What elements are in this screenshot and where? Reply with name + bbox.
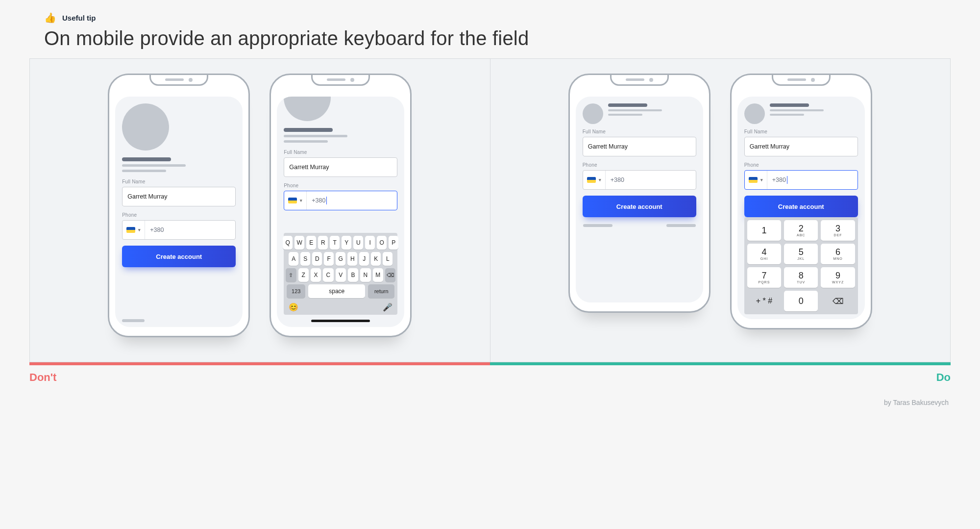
keyboard-key[interactable]: Z [298, 268, 309, 282]
phone-input[interactable]: ▾ +380 [583, 170, 696, 190]
label-do: Do [490, 371, 951, 384]
tip-label: Useful tip [62, 14, 96, 22]
flag-ukraine-icon [126, 227, 135, 233]
keyboard-key[interactable]: R [318, 236, 328, 250]
create-account-button[interactable]: Create account [583, 196, 696, 217]
phone-label: Phone [122, 212, 236, 218]
phone-input[interactable]: ▾ +380 [122, 220, 236, 240]
numpad-key[interactable]: 7PQRS [747, 267, 781, 288]
keyboard-key[interactable]: I [365, 236, 375, 250]
phone-mockup-qwerty: Full Name Garrett Murray Phone ▾ +380 QW… [270, 74, 412, 337]
profile-header [284, 97, 397, 150]
keyboard-qwerty: QWERTYUIOP ASDFGHJKL ⇧ZXCVBNM⌫ 123 space… [284, 233, 397, 315]
thumbs-up-icon: 👍 [44, 12, 56, 24]
mic-icon[interactable]: 🎤 [383, 302, 392, 312]
numpad-sym-key[interactable]: + * # [747, 291, 781, 311]
create-account-button[interactable]: Create account [122, 246, 236, 267]
keyboard-numpad: 12ABC3DEF4GHI5JKL6MNO7PQRS8TUV9WXYZ+ * #… [744, 217, 858, 314]
keyboard-key[interactable]: X [311, 268, 321, 282]
numpad-key[interactable]: 0 [784, 291, 818, 311]
phone-mockup: Full Name Garrett Murray Phone ▾ +380 Cr… [108, 74, 250, 337]
numpad-key[interactable]: 5JKL [784, 244, 818, 264]
do-column: Full Name Garrett Murray Phone ▾ +380 Cr… [490, 59, 951, 362]
keyboard-key[interactable]: Q [283, 236, 293, 250]
keyboard-key[interactable]: W [294, 236, 304, 250]
keyboard-key[interactable]: L [383, 252, 392, 266]
keyboard-key[interactable]: G [336, 252, 345, 266]
phone-input-focused[interactable]: ▾ +380 [284, 191, 397, 210]
country-selector[interactable]: ▾ [583, 171, 606, 189]
avatar-placeholder [122, 103, 169, 151]
keyboard-key[interactable]: Y [342, 236, 351, 250]
phone-input-focused[interactable]: ▾ +380 [744, 170, 858, 190]
keyboard-return-key[interactable]: return [368, 284, 394, 298]
country-selector[interactable]: ▾ [122, 221, 145, 239]
keyboard-space-key[interactable]: space [308, 284, 365, 298]
numpad-key[interactable]: 1 [747, 220, 781, 241]
keyboard-key[interactable]: J [359, 252, 369, 266]
keyboard-key[interactable]: ⌫ [385, 268, 395, 282]
profile-header-compact [744, 103, 858, 124]
fullname-input[interactable]: Garrett Murray [122, 187, 236, 206]
phone-mockup-compact: Full Name Garrett Murray Phone ▾ +380 Cr… [568, 74, 710, 313]
phone-mockup-numpad: Full Name Garrett Murray Phone ▾ +380 Cr… [730, 74, 872, 329]
keyboard-key[interactable]: P [389, 236, 398, 250]
dont-column: Full Name Garrett Murray Phone ▾ +380 Cr… [30, 59, 490, 362]
page-title: On mobile provide an appropriate keyboar… [44, 27, 951, 50]
keyboard-key[interactable]: M [373, 268, 383, 282]
fullname-label: Full Name [122, 179, 236, 184]
profile-header-compact [583, 103, 696, 124]
keyboard-key[interactable]: B [348, 268, 358, 282]
create-account-button[interactable]: Create account [744, 196, 858, 217]
tip-row: 👍 Useful tip [44, 12, 951, 24]
fullname-input[interactable]: Garrett Murray [744, 137, 858, 156]
bar-do [490, 362, 951, 365]
home-indicator [311, 320, 370, 322]
numpad-key[interactable]: 9WXYZ [821, 267, 855, 288]
chevron-down-icon: ▾ [138, 227, 141, 232]
numpad-key[interactable]: 6MNO [821, 244, 855, 264]
keyboard-key[interactable]: D [312, 252, 322, 266]
keyboard-key[interactable]: ⇧ [286, 268, 296, 282]
fullname-input[interactable]: Garrett Murray [583, 137, 696, 156]
numpad-backspace-key[interactable]: ⌫ [821, 291, 855, 311]
country-selector[interactable]: ▾ [284, 191, 307, 210]
keyboard-key[interactable]: C [323, 268, 333, 282]
country-selector[interactable]: ▾ [745, 171, 767, 189]
emoji-icon[interactable]: 😊 [289, 302, 298, 312]
keyboard-key[interactable]: F [324, 252, 334, 266]
keyboard-key[interactable]: E [306, 236, 316, 250]
keyboard-123-key[interactable]: 123 [287, 284, 305, 298]
numpad-key[interactable]: 4GHI [747, 244, 781, 264]
numpad-key[interactable]: 8TUV [784, 267, 818, 288]
placeholder-line [122, 319, 145, 322]
fullname-input[interactable]: Garrett Murray [284, 157, 397, 177]
keyboard-key[interactable]: S [300, 252, 310, 266]
keyboard-key[interactable]: T [330, 236, 340, 250]
comparison-frame: Full Name Garrett Murray Phone ▾ +380 Cr… [29, 58, 951, 362]
keyboard-key[interactable]: K [371, 252, 381, 266]
bar-dont [29, 362, 490, 365]
keyboard-key[interactable]: H [347, 252, 357, 266]
profile-header [122, 103, 236, 179]
credits: by Taras Bakusevych [29, 399, 951, 406]
status-bars [29, 362, 951, 365]
keyboard-key[interactable]: A [289, 252, 298, 266]
keyboard-key[interactable]: U [353, 236, 363, 250]
keyboard-key[interactable]: V [336, 268, 346, 282]
label-dont: Don't [29, 371, 490, 384]
keyboard-key[interactable]: O [377, 236, 387, 250]
numpad-key[interactable]: 3DEF [821, 220, 855, 241]
keyboard-key[interactable]: N [360, 268, 370, 282]
numpad-key[interactable]: 2ABC [784, 220, 818, 241]
